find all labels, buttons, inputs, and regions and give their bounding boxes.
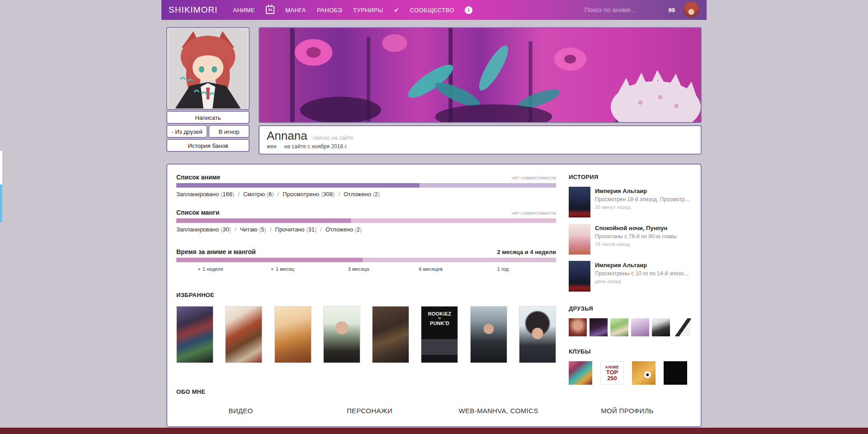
history-item-description: Просмотрен 18-й эпизод, Просмотрены 15-.… (595, 196, 692, 203)
info-icon[interactable]: i (465, 6, 472, 14)
history-item-title[interactable]: Империя Альтаир (595, 262, 692, 269)
time-tick-6months: 6 месяцев (419, 266, 443, 272)
clubs-row: ANIME TOP 250 (569, 361, 692, 385)
nav-item-ranobe[interactable]: РАНОБЭ (317, 7, 342, 14)
rookiez-line3: PUNK'D (430, 321, 449, 326)
club-logo[interactable] (632, 361, 656, 385)
club-top250-line3: 250 (607, 375, 617, 381)
anime-progress-bar (176, 183, 556, 188)
time-scale: 1 неделя 1 месяц 3 месяца 6 месяцев 1 го… (176, 265, 556, 274)
club-logo-anime-top-250[interactable]: ANIME TOP 250 (600, 361, 624, 385)
notification-count-badge[interactable]: 99 (669, 7, 675, 14)
time-tick-3months: 3 месяца (348, 266, 369, 272)
favorite-item[interactable] (323, 306, 360, 363)
remove-friend-button[interactable]: - Из друзей (166, 125, 208, 138)
anime-stat-planned[interactable]: Запланировано 166 (176, 191, 234, 198)
anime-progress-fill (176, 183, 420, 188)
friends-title: ДРУЗЬЯ (569, 305, 692, 312)
time-tick-week: 1 неделя (198, 266, 223, 272)
about-section: ОБО МНЕ ВИДЕО ПЕРСОНАЖИ WEB-MANHVA, COMI… (176, 388, 692, 417)
anime-stat-completed[interactable]: Просмотрено 308 (274, 191, 335, 198)
about-link-web-manhva[interactable]: WEB-MANHVA, COMICS (434, 407, 563, 415)
profile-head: Написать - Из друзей В игнор История бан… (166, 27, 702, 155)
time-spent-title: Время за аниме и мангой (176, 248, 256, 255)
favorite-item[interactable] (225, 306, 262, 363)
favorite-item[interactable] (274, 306, 311, 363)
history-item[interactable]: Спокойной ночи, Пунпун Прочитаны с 76-й … (569, 224, 692, 255)
history-item-time: день назад (595, 278, 692, 284)
calendar-icon[interactable]: 31 (266, 6, 274, 14)
profile-gender: жен (267, 143, 276, 150)
nav-item-community[interactable]: СООБЩЕСТВО (410, 7, 454, 14)
history-title: ИСТОРИЯ (569, 174, 692, 180)
search-input[interactable] (584, 6, 665, 14)
favorite-item[interactable] (519, 306, 556, 363)
history-item[interactable]: Империя Альтаир Просмотрены с 10-го по 1… (569, 261, 692, 292)
history-item-description: Просмотрены с 10-го по 14-й эпизоды, Про… (595, 270, 692, 277)
content-container: Написать - Из друзей В игнор История бан… (166, 27, 702, 434)
friend-avatar[interactable] (590, 318, 608, 336)
club-logo[interactable] (569, 361, 592, 385)
page-edge-widget-blue (0, 184, 2, 222)
time-tick-month: 1 месяц (271, 266, 294, 272)
club-logo[interactable] (664, 361, 687, 385)
profile-cover-image (259, 27, 702, 123)
profile-avatar-art (168, 28, 248, 108)
anime-stat-watching[interactable]: Смотрю 6 (234, 191, 274, 198)
nav-item-anime[interactable]: АНИМЕ (233, 7, 255, 14)
manga-stat-reading[interactable]: Читаю 5 (231, 226, 266, 233)
profile-main-head: Annana сейчас на сайте жен на сайте с но… (259, 27, 702, 155)
ignore-button[interactable]: В игнор (208, 125, 250, 138)
history-thumbnail[interactable] (569, 187, 590, 217)
top-nav: SHIKIMORI АНИМЕ 31 МАНГА РАНОБЭ ТУРНИРЫ … (161, 0, 707, 20)
friend-avatar[interactable] (569, 318, 587, 336)
online-status: сейчас на сайте (313, 135, 354, 141)
favorite-item-rookiez[interactable]: ROOKiEZ is PUNK'D (421, 306, 458, 363)
friend-avatar[interactable] (631, 318, 649, 336)
favorite-item[interactable] (470, 306, 507, 363)
profile-avatar[interactable] (166, 27, 250, 110)
time-spent-total: 2 месяца и 4 недели (497, 249, 556, 255)
manga-stat-completed[interactable]: Прочитано 31 (266, 226, 316, 233)
friend-avatar[interactable] (652, 318, 670, 336)
favorite-item[interactable] (176, 306, 213, 363)
manga-progress-fill (176, 218, 351, 223)
history-item[interactable]: Империя Альтаир Просмотрен 18-й эпизод, … (569, 187, 692, 217)
nav-item-tournaments[interactable]: ТУРНИРЫ (353, 7, 383, 14)
anime-stat-onhold[interactable]: Отложено 2 (335, 191, 380, 198)
check-icon[interactable]: ✔ (394, 7, 399, 14)
about-link-characters[interactable]: ПЕРСОНАЖИ (305, 407, 434, 415)
profile-username: Annana (267, 129, 307, 143)
profile-registered: на сайте с ноября 2016 г. (284, 143, 348, 150)
time-progress-fill (176, 258, 363, 262)
manga-list-title: Список манги (176, 209, 219, 216)
manga-progress-bar (176, 218, 556, 223)
nav-user-avatar[interactable] (683, 2, 699, 18)
friend-avatar[interactable] (673, 318, 691, 336)
history-thumbnail[interactable] (569, 261, 590, 292)
anime-list-block: Список аниме нет совместимости Запланиро… (176, 174, 556, 198)
about-link-my-profile[interactable]: МОЙ ПРОФИЛЬ (563, 407, 692, 415)
site-logo[interactable]: SHIKIMORI (169, 5, 217, 15)
favorite-item[interactable] (372, 306, 409, 363)
friends-row (569, 318, 692, 336)
anime-list-title: Список аниме (176, 174, 220, 181)
nav-item-manga[interactable]: МАНГА (285, 7, 306, 14)
manga-stat-onhold[interactable]: Отложено 2 (316, 226, 362, 233)
ban-history-button[interactable]: История банов (166, 139, 250, 152)
time-progress-bar (176, 258, 556, 262)
page: SHIKIMORI АНИМЕ 31 МАНГА РАНОБЭ ТУРНИРЫ … (0, 0, 868, 434)
anime-compatibility: нет совместимости (512, 175, 556, 180)
about-link-video[interactable]: ВИДЕО (176, 407, 305, 415)
history-item-title[interactable]: Спокойной ночи, Пунпун (595, 225, 677, 231)
profile-name-bar: Annana сейчас на сайте жен на сайте с но… (259, 125, 702, 155)
favorites-title: ИЗБРАННОЕ (176, 292, 556, 298)
manga-stat-planned[interactable]: Запланировано 30 (176, 226, 231, 233)
friend-avatar[interactable] (610, 318, 628, 336)
history-thumbnail[interactable] (569, 224, 590, 255)
history-item-time: 18 часов назад (595, 241, 677, 247)
write-message-button[interactable]: Написать (166, 111, 250, 124)
history-item-description: Прочитаны с 76-й по 80-ю главы (595, 233, 677, 240)
history-item-title[interactable]: Империя Альтаир (595, 188, 692, 194)
manga-list-block: Список манги нет совместимости Запланиро… (176, 209, 556, 233)
